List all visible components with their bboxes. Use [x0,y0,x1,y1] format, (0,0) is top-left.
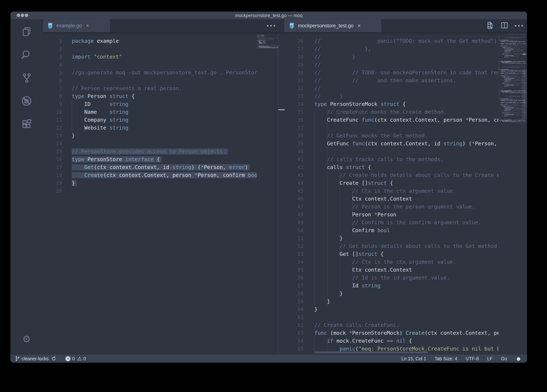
code-line[interactable]: type PersonStoreMock struct { [315,100,499,108]
code-line[interactable]: Create []struct { [315,179,499,187]
maximize-window-button[interactable] [25,14,28,17]
code-line[interactable]: //go:generate moq -out mockpersonstore_t… [72,69,257,76]
code-line[interactable] [315,148,499,155]
debug-disabled-icon[interactable] [21,95,33,107]
warnings-status[interactable]: ⚠ 0 [77,356,86,361]
horizontal-scrollbar[interactable] [315,351,428,353]
split-editor-icon[interactable] [500,21,508,30]
settings-gear-icon[interactable]: ⚙ [10,334,43,344]
code-line[interactable]: Website string [72,124,257,132]
editor-pane-example-go[interactable]: 1234567891011121314151617181920 package … [43,32,278,355]
code-line[interactable]: if mock.CreateFunc == nil { [315,337,499,345]
tab-label: mockpersonstore_test.go [298,23,354,29]
code-line[interactable]: Person *Person [315,211,499,219]
code-line[interactable]: func (mock *PersonStoreMock) Create(ctx … [315,329,499,337]
code-line[interactable]: // CreateFunc mocks the Create method. [315,108,499,116]
code-line[interactable]: // Confirm is the confirm argument value… [315,219,499,227]
minimize-window-button[interactable] [21,14,24,17]
code-line[interactable] [72,76,257,84]
code-line[interactable]: // [315,84,499,92]
code-line[interactable]: ID string [72,100,257,108]
editor-pane-mockpersonstore-test-go[interactable]: 2627282930313233343536373839404142434445… [279,32,527,355]
code-line[interactable]: // } [315,53,499,61]
code-line[interactable]: } [315,234,499,242]
code-line[interactable]: Ctx context.Context [315,195,499,203]
code-line[interactable]: // calls tracks calls to the methods. [315,155,499,163]
code-line[interactable]: // Create calls CreateFunc. [315,321,499,329]
tab-mockpersonstore-test-go[interactable]: mockpersonstore_test.go × [284,19,381,32]
search-icon[interactable] [21,49,33,61]
gutter[interactable]: 2627282930313233343536373839404142434445… [279,37,303,353]
code-line[interactable]: // panic("TODO: mock out the Get method"… [315,37,499,45]
code-area[interactable]: // panic("TODO: mock out the Get method"… [315,37,499,353]
code-line[interactable]: type PersonStore interface { [72,155,257,163]
code-line[interactable]: // Id is the id argument value. [315,274,499,282]
warning-icon: ⚠ [77,356,82,361]
code-line[interactable]: CreateFunc func(ctx context.Context, per… [315,116,499,124]
vscode-window: mockpersonstore_test.go — moq [10,12,527,363]
code-line[interactable]: Ctx context.Context [315,266,499,274]
tab-size-status[interactable]: Tab Size: 4 [435,356,457,361]
code-line[interactable]: // Person represents a real person. [72,84,257,92]
feedback-smiley-icon[interactable]: ☻ [515,356,521,362]
code-line[interactable]: // [315,61,499,69]
code-line[interactable]: calls struct { [315,163,499,171]
sync-changes-button[interactable] [51,356,56,361]
code-line[interactable]: Id string [315,282,499,289]
code-line[interactable]: } [72,179,257,187]
cursor-position-status[interactable]: Ln 15, Col 1 [401,356,426,361]
left-group-more-actions[interactable] [267,19,275,32]
tab-label: example.go [56,23,82,29]
code-line[interactable]: Create(ctx context.Context, person *Pers… [72,171,257,179]
code-line[interactable]: // Create holds details about calls to t… [315,171,499,179]
code-line[interactable]: // }, [315,45,499,53]
code-line[interactable]: } [72,132,257,140]
close-window-button[interactable] [17,14,20,17]
encoding-status[interactable]: UTF-8 [466,356,479,361]
code-line[interactable]: // PersonStore provides access to Person… [72,148,257,155]
code-line[interactable]: // Ctx is the ctx argument value. [315,187,499,195]
vertical-scrollbar[interactable] [522,69,527,119]
minimap[interactable]: package exampleimport "context"//go:gene… [257,35,278,355]
code-line[interactable]: } [315,289,499,297]
find-in-files-icon[interactable] [486,21,494,30]
explorer-icon[interactable] [21,26,33,38]
code-line[interactable] [72,61,257,69]
eol-status[interactable]: LF [487,356,492,361]
code-area[interactable]: package exampleimport "context"//go:gene… [72,37,257,195]
language-mode-status[interactable]: Go [501,356,507,361]
code-line[interactable]: Get []struct { [315,250,499,258]
code-line[interactable]: GetFunc func(ctx context.Context, id str… [315,140,499,148]
source-control-icon[interactable] [21,72,33,84]
close-tab-icon[interactable]: × [86,23,89,28]
code-line[interactable]: Company string [72,116,257,124]
code-line[interactable] [72,45,257,53]
code-line[interactable] [72,140,257,148]
code-line[interactable]: Get(ctx context.Context, id string) (*Pe… [72,163,257,171]
code-line[interactable] [315,313,499,321]
code-line[interactable]: import "context" [72,53,257,61]
more-actions-icon[interactable] [515,25,523,27]
code-line[interactable]: package example [72,37,257,45]
code-line[interactable]: // GetFunc mocks the Get method. [315,132,499,140]
code-line[interactable]: } [315,297,499,305]
git-branch-status[interactable]: cleaner-locks [15,356,49,361]
code-line[interactable]: Name string [72,108,257,116]
code-line[interactable]: // // and then make assertions. [315,76,499,84]
gutter[interactable]: 1234567891011121314151617181920 [43,37,62,195]
code-line[interactable]: Confirm bool [315,227,499,234]
tab-example-go[interactable]: example.go × [43,19,110,32]
sash-handle[interactable] [278,109,285,110]
code-line[interactable]: // Get holds details about calls to the … [315,242,499,250]
extensions-icon[interactable] [21,118,33,130]
code-line[interactable]: // // TODO: use mockedPersonStore in cod… [315,69,499,76]
code-line[interactable]: // Person is the person argument value. [315,203,499,211]
code-line[interactable]: // Ctx is the ctx argument value. [315,258,499,266]
code-line[interactable] [72,187,257,195]
code-line[interactable]: } [315,305,499,313]
code-line[interactable]: // } [315,92,499,100]
close-tab-icon[interactable]: × [357,23,361,28]
errors-status[interactable]: ✕ 0 [66,356,75,361]
code-line[interactable]: type Person struct { [72,92,257,100]
code-line[interactable] [315,124,499,132]
